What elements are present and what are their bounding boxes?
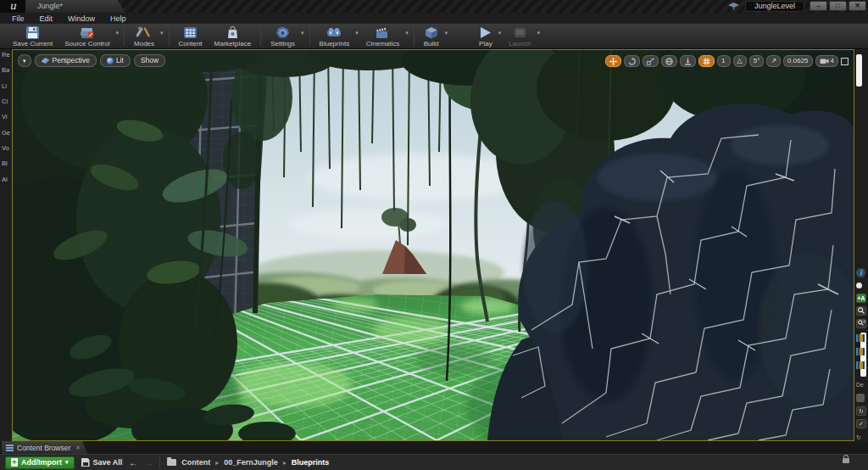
- source-control-button[interactable]: Source Control: [58, 24, 115, 48]
- scale-tool-button[interactable]: [643, 55, 659, 67]
- settings-dropdown-caret[interactable]: ▾: [301, 30, 304, 36]
- source-control-dropdown-caret[interactable]: ▾: [116, 30, 120, 36]
- thumbnail-box: [856, 394, 865, 402]
- blueprints-dropdown-caret[interactable]: ▾: [355, 30, 359, 36]
- lit-label: Lit: [116, 55, 124, 66]
- title-bar[interactable]: u Jungle* JungleLevel – □ ✕: [0, 0, 868, 13]
- menu-window[interactable]: Window: [68, 14, 95, 23]
- checkbox-checked[interactable]: ✓: [856, 419, 866, 428]
- lock-icon[interactable]: [843, 458, 849, 463]
- rail-item-geometry[interactable]: Ge: [2, 129, 10, 137]
- breadcrumb: Content ▸ 00_FernJungle ▸ Blueprints: [167, 458, 329, 467]
- play-label: Play: [479, 40, 492, 48]
- cinematics-button[interactable]: Cinematics: [360, 24, 406, 48]
- launch-dropdown-caret: ▾: [537, 30, 540, 36]
- history-back-button[interactable]: ←: [129, 458, 137, 467]
- show-flags-button[interactable]: Show: [134, 54, 165, 67]
- scale-snap-button[interactable]: ↗: [766, 55, 781, 67]
- bottom-tab-strip: Content Browser ✕: [0, 441, 868, 454]
- surface-snap-button[interactable]: [680, 55, 696, 67]
- angle-triangle-icon: △: [737, 56, 743, 66]
- grid-snap-value-button[interactable]: 1: [717, 55, 731, 67]
- tutorial-graduation-cap-icon[interactable]: [728, 3, 739, 10]
- settings-label: Settings: [270, 40, 295, 48]
- rail-item-volumes[interactable]: Vo: [2, 144, 9, 152]
- modes-button[interactable]: Modes: [128, 24, 160, 48]
- outliner-scrollbar[interactable]: [856, 54, 862, 87]
- menu-bar: File Edit Window Help: [0, 13, 868, 24]
- launch-label: Launch: [509, 40, 531, 48]
- perspective-button[interactable]: Perspective: [35, 54, 97, 67]
- details-section-label[interactable]: De: [856, 382, 864, 388]
- camera-speed-button[interactable]: 4: [815, 55, 838, 67]
- save-all-label: Save All: [93, 458, 123, 467]
- perspective-icon: [42, 58, 50, 64]
- cinematics-label: Cinematics: [366, 40, 400, 48]
- rail-item-lights[interactable]: Li: [2, 82, 7, 90]
- play-dropdown-caret[interactable]: ▾: [498, 30, 502, 36]
- modes-dropdown-caret[interactable]: ▾: [160, 30, 164, 36]
- add-import-button[interactable]: Add/Import ▾: [5, 456, 75, 469]
- component-row[interactable]: [856, 348, 865, 355]
- place-actors-collapsed-rail: Re Ba Li Ci Vi Ge Vo Bl Al: [0, 49, 12, 441]
- breadcrumb-separator-icon[interactable]: ▸: [215, 459, 219, 467]
- blueprints-button[interactable]: Blueprints: [314, 24, 356, 48]
- settings-icon: [275, 25, 290, 39]
- search-icon[interactable]: [856, 306, 866, 316]
- world-space-toggle-button[interactable]: [661, 55, 677, 67]
- component-row[interactable]: [856, 361, 865, 369]
- rail-item-blueprints[interactable]: Bl: [2, 159, 8, 167]
- maximize-viewport-button[interactable]: [841, 58, 849, 65]
- unreal-editor-window: u Jungle* JungleLevel – □ ✕ File Edit Wi…: [0, 0, 868, 470]
- content-button[interactable]: Content: [173, 24, 209, 48]
- rotate-icon[interactable]: ↻: [856, 434, 861, 441]
- breadcrumb-blueprints[interactable]: Blueprints: [292, 458, 330, 467]
- rail-item-visual[interactable]: Vi: [2, 113, 8, 120]
- grid-snap-toggle-button[interactable]: [698, 55, 715, 67]
- settings-button[interactable]: Settings: [264, 24, 301, 48]
- level-tab[interactable]: Jungle*: [25, 0, 125, 13]
- build-label: Build: [424, 40, 439, 48]
- add-import-caret-icon: ▾: [65, 459, 69, 466]
- rail-item-cinematic[interactable]: Ci: [2, 98, 8, 105]
- rotation-snap-button[interactable]: △: [733, 55, 747, 67]
- move-tool-button[interactable]: [605, 55, 621, 67]
- search-filter-icon[interactable]: [856, 319, 866, 328]
- build-box-icon: [425, 25, 438, 39]
- breadcrumb-content[interactable]: Content: [181, 458, 210, 467]
- restore-button[interactable]: □: [829, 1, 847, 11]
- surface-snap-icon: [684, 58, 692, 65]
- rotate-tool-button[interactable]: [624, 55, 640, 67]
- close-button[interactable]: ✕: [849, 1, 866, 11]
- lit-mode-button[interactable]: Lit: [100, 54, 131, 67]
- breadcrumb-fernjungle[interactable]: 00_FernJungle: [224, 458, 278, 467]
- menu-edit[interactable]: Edit: [40, 14, 53, 23]
- scale-snap-value-button[interactable]: 0.0625: [783, 55, 812, 67]
- rail-item-allclasses[interactable]: Al: [2, 176, 8, 183]
- rotation-snap-value-button[interactable]: 5°: [749, 55, 765, 67]
- save-all-button[interactable]: Save All: [81, 458, 123, 467]
- minimize-button[interactable]: –: [810, 1, 827, 11]
- save-current-button[interactable]: Save Current: [7, 24, 58, 48]
- play-button[interactable]: Play: [473, 24, 498, 48]
- level-viewport[interactable]: ▾ Perspective Lit Show: [12, 49, 854, 441]
- content-browser-tab[interactable]: Content Browser ✕: [2, 441, 87, 454]
- add-component-button[interactable]: +A: [856, 294, 866, 303]
- main-toolbar: Save Current Source Control ▾ Modes ▾: [0, 24, 868, 49]
- build-dropdown-caret[interactable]: ▾: [445, 30, 448, 36]
- lit-sphere-icon: [107, 58, 114, 64]
- rotate-tool-icon: [628, 58, 636, 65]
- rail-item-recent[interactable]: Re: [2, 51, 10, 59]
- reset-arrow-icon[interactable]: ↻: [856, 406, 866, 416]
- build-button[interactable]: Build: [418, 24, 445, 48]
- menu-help[interactable]: Help: [110, 14, 126, 23]
- marketplace-button[interactable]: Marketplace: [209, 24, 258, 48]
- component-row[interactable]: [856, 334, 865, 342]
- rail-item-basic[interactable]: Ba: [2, 66, 9, 74]
- tab-close-icon[interactable]: ✕: [75, 445, 81, 451]
- add-import-label: Add/Import: [21, 458, 62, 467]
- breadcrumb-separator-icon[interactable]: ▸: [283, 459, 287, 467]
- cinematics-dropdown-caret[interactable]: ▾: [405, 30, 409, 36]
- viewport-options-dropdown[interactable]: ▾: [18, 54, 31, 67]
- menu-file[interactable]: File: [12, 14, 25, 23]
